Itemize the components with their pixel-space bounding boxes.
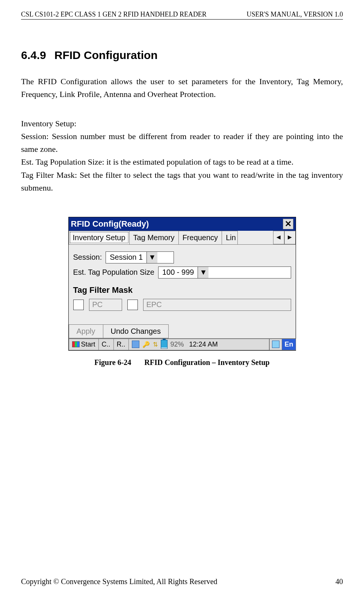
- tray-app-icon[interactable]: [132, 341, 139, 348]
- tab-scroll-right[interactable]: ►: [284, 231, 296, 244]
- section-number: 6.4.9: [21, 49, 46, 62]
- desktop-icon: [272, 341, 279, 348]
- battery-icon: [161, 340, 168, 349]
- est-pop-label: Est. Tag Population Size: [73, 268, 154, 277]
- ime-button[interactable]: En: [282, 339, 296, 350]
- system-tray: 🔑 ⇅ 92% 12:24 AM: [128, 339, 270, 350]
- copyright: Copyright © Convergence Systems Limited,…: [21, 577, 217, 586]
- est-pop-value: 100 - 999: [159, 268, 198, 277]
- battery-percent: 92%: [171, 341, 184, 348]
- network-icon: ⇅: [153, 341, 158, 348]
- epc-input[interactable]: EPC: [143, 299, 291, 311]
- dropdown-icon: ▼: [147, 252, 157, 263]
- figure-label: Figure 6-24: [94, 358, 131, 366]
- tab-scroll-controls: ◄ ►: [273, 231, 296, 244]
- desktop-button[interactable]: [269, 339, 282, 350]
- taskbar: Start C.. R.. 🔑 ⇅ 92% 12:24 AM En: [69, 338, 296, 350]
- intro-paragraph: The RFID Configuration allows the user t…: [21, 75, 343, 101]
- header-left: CSL CS101-2 EPC CLASS 1 GEN 2 RFID HANDH…: [21, 11, 207, 18]
- tab-frequency[interactable]: Frequency: [178, 231, 222, 244]
- tab-tag-memory[interactable]: Tag Memory: [129, 231, 179, 244]
- figure-text: RFID Configuration – Inventory Setup: [144, 358, 269, 366]
- pc-checkbox[interactable]: [73, 300, 84, 310]
- session-value: Session 1: [106, 253, 147, 262]
- session-label: Session:: [73, 253, 102, 262]
- section-title: RFID Configuration: [54, 49, 158, 62]
- epc-checkbox[interactable]: [127, 300, 138, 310]
- tab-scroll-left[interactable]: ◄: [273, 231, 284, 244]
- dialog-title: RFID Config(Ready): [71, 219, 149, 229]
- inventory-setup-heading: Inventory Setup:: [21, 117, 343, 130]
- tab-inventory-setup[interactable]: Inventory Setup: [69, 231, 130, 244]
- apply-button[interactable]: Apply: [69, 324, 103, 338]
- dialog-button-bar: Apply Undo Changes: [69, 324, 296, 338]
- tag-filter-mask-heading: Tag Filter Mask: [73, 285, 291, 295]
- chevron-right-icon: ►: [287, 233, 293, 241]
- session-paragraph: Session: Session number must be differen…: [21, 130, 343, 156]
- dropdown-icon: ▼: [198, 267, 208, 278]
- est-pop-combobox[interactable]: 100 - 999 ▼: [158, 266, 291, 279]
- section-heading: 6.4.9 RFID Configuration: [21, 49, 343, 62]
- key-icon: 🔑: [142, 341, 150, 348]
- close-icon: ✕: [285, 219, 292, 229]
- session-combobox[interactable]: Session 1 ▼: [106, 251, 174, 263]
- header-right: USER'S MANUAL, VERSION 1.0: [247, 11, 343, 18]
- taskbar-app-1[interactable]: C..: [98, 339, 114, 350]
- inventory-setup-panel: Session: Session 1 ▼ Est. Tag Population…: [69, 245, 296, 324]
- dialog-titlebar: RFID Config(Ready) ✕: [69, 217, 296, 231]
- start-label: Start: [81, 341, 95, 348]
- running-header: CSL CS101-2 EPC CLASS 1 GEN 2 RFID HANDH…: [21, 11, 343, 20]
- windows-logo-icon: [72, 341, 80, 347]
- clock: 12:24 AM: [189, 341, 218, 348]
- page-footer: Copyright © Convergence Systems Limited,…: [21, 570, 343, 586]
- inventory-setup-block: Inventory Setup: Session: Session number…: [21, 117, 343, 194]
- est-paragraph: Est. Tag Population Size: it is the esti…: [21, 156, 343, 168]
- pc-input[interactable]: PC: [89, 299, 122, 311]
- figure-caption: Figure 6-24 RFID Configuration – Invento…: [21, 358, 343, 367]
- undo-changes-button[interactable]: Undo Changes: [103, 324, 169, 338]
- tab-strip: Inventory Setup Tag Memory Frequency Lin…: [69, 231, 296, 245]
- figure-wrap: RFID Config(Ready) ✕ Inventory Setup Tag…: [21, 217, 343, 351]
- taskbar-app-2[interactable]: R..: [113, 339, 129, 350]
- filter-paragraph: Tag Filter Mask: Set the filter to selec…: [21, 169, 343, 194]
- chevron-left-icon: ◄: [275, 233, 282, 241]
- start-button[interactable]: Start: [69, 339, 99, 350]
- close-button[interactable]: ✕: [283, 219, 293, 229]
- page-number: 40: [335, 577, 343, 586]
- tab-link-profile-cut[interactable]: Lin: [222, 231, 238, 244]
- rfid-config-dialog: RFID Config(Ready) ✕ Inventory Setup Tag…: [68, 217, 296, 351]
